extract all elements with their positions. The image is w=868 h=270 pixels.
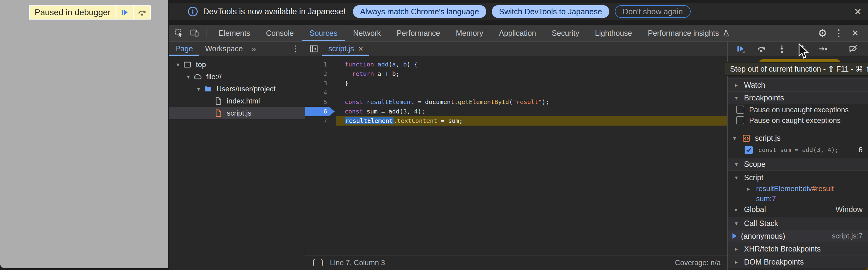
watch-label: Watch [744,81,765,90]
editor-tab-scriptjs[interactable]: script.js × [322,41,369,56]
tab-network[interactable]: Network [345,25,389,41]
section-xhr-breakpoints[interactable]: ▸ XHR/fetch Breakpoints [727,242,868,255]
tree-item-top[interactable]: ▾top [169,59,305,71]
code-line-7[interactable]: 7resultElement.textContent = sum; [305,116,727,126]
section-call-stack[interactable]: ▾ Call Stack [727,217,868,230]
pause-uncaught-checkbox[interactable] [736,106,744,114]
devtools-close-icon[interactable]: × [849,27,861,39]
pause-uncaught-label: Pause on uncaught exceptions [749,106,848,114]
step-button[interactable] [817,43,829,55]
device-toolbar-button[interactable] [189,28,200,38]
xhr-breakpoints-label: XHR/fetch Breakpoints [744,244,821,253]
tab-performance-insights[interactable]: Performance insights [640,25,738,41]
section-scope[interactable]: ▾ Scope [727,158,868,171]
paused-in-debugger-banner: Paused in debugger [29,5,151,20]
switch-to-japanese-button[interactable]: Switch DevTools to Japanese [492,5,610,18]
var-name: resultElement [756,184,801,193]
code-token: = document. [414,98,458,106]
cloud-icon [193,72,203,82]
tree-item-index-html[interactable]: index.html [169,95,305,107]
breakpoint-line-number-badge[interactable]: 6 [305,107,336,116]
pretty-print-icon[interactable]: { } [311,259,324,267]
code-editor[interactable]: 1function add(a, b) {2 return a + b;3}45… [305,56,727,255]
scope-var-resultelement[interactable]: ▸ resultElement: div#result [727,183,868,194]
resume-script-button[interactable] [117,6,133,19]
scope-label: Scope [744,160,766,169]
scope-script-group[interactable]: ▾ Script [727,171,868,183]
current-frame-arrow-icon [733,233,737,239]
line-number: 2 [305,69,336,79]
tab-sources[interactable]: Sources [302,25,345,41]
scope-global-group[interactable]: ▸ Global Window [727,204,868,215]
code-token [374,61,377,68]
tab-workspace[interactable]: Workspace [199,41,249,56]
step-into-button[interactable] [776,43,788,55]
sources-panel: Page Workspace » ⋮ ▾top▾file://▾Users/us… [169,41,868,270]
always-match-language-button[interactable]: Always match Chrome's language [353,5,486,18]
breakpoint-checkbox[interactable] [745,146,753,154]
toggle-navigator-button[interactable] [305,41,322,56]
scope-global-value: Window [836,205,868,214]
tab-security[interactable]: Security [544,25,587,41]
toolbar-right-icons: ⚙ ⋮ × [816,25,868,41]
deactivate-breakpoints-button[interactable] [847,43,859,55]
code-line-3[interactable]: 3} [305,79,727,88]
tree-item-file-[interactable]: ▾file:// [169,71,305,83]
resume-icon [736,44,745,54]
scope-var-sum[interactable]: sum: 7 [727,194,868,204]
debugger-toolbar-separator [838,44,838,53]
code-line-6[interactable]: 6const sum = add(3, 4); [305,107,727,116]
chevron-right-icon: ▸ [735,82,744,89]
more-options-icon[interactable]: ⋮ [833,27,845,39]
code-token: function [345,61,374,68]
infobar-close-icon[interactable]: × [855,5,861,18]
chevron-down-icon: ▾ [194,85,203,92]
devtools-gap-strip [169,20,868,25]
inspect-element-button[interactable] [174,28,184,38]
line-text: function add(a, b) { [336,60,727,69]
call-stack-label: Call Stack [744,219,778,228]
section-breakpoints[interactable]: ▾ Breakpoints [727,91,868,104]
pause-uncaught-row[interactable]: Pause on uncaught exceptions [727,104,868,115]
tab-console[interactable]: Console [258,25,302,41]
file-tree: ▾top▾file://▾Users/user/projectindex.htm… [169,56,305,119]
editor-tab-close-icon[interactable]: × [359,44,363,54]
more-tabs-icon[interactable]: » [249,41,258,56]
section-watch[interactable]: ▸ Watch [727,78,868,91]
breakpoint-entry[interactable]: const sum = add(3, 4); 6 [727,144,868,155]
pause-caught-row[interactable]: Pause on caught exceptions [727,115,868,126]
call-stack-frame[interactable]: (anonymous) script.js:7 [727,230,868,242]
var-value-id: #result [812,184,834,193]
tab-application[interactable]: Application [491,25,544,41]
debugger-sidebar: ▸ Watch ▾ Breakpoints Pause on uncaught … [727,41,868,270]
tab-lighthouse[interactable]: Lighthouse [587,25,640,41]
chevron-down-icon: ▾ [735,174,744,181]
frame-name: (anonymous) [741,232,785,241]
tree-item-users-user-project[interactable]: ▾Users/user/project [169,83,305,95]
step-over-button[interactable] [755,43,767,55]
tab-memory[interactable]: Memory [448,25,491,41]
step-out-tooltip: Step out of current function - ⇧ F11 - ⌘… [725,62,868,76]
code-line-1[interactable]: 1function add(a, b) { [305,60,727,69]
code-line-2[interactable]: 2 return a + b; [305,69,727,79]
code-line-5[interactable]: 5const resultElement = document.getEleme… [305,97,727,107]
navigator-menu-icon[interactable]: ⋮ [286,41,305,56]
line-text: return a + b; [336,69,727,79]
code-token: 3 [403,108,407,115]
tab-page[interactable]: Page [169,41,199,56]
tab-elements[interactable]: Elements [211,25,258,41]
section-dom-breakpoints[interactable]: ▸ DOM Breakpoints [727,255,868,268]
tab-label-performance: Performance [397,29,440,38]
settings-gear-icon[interactable]: ⚙ [816,27,829,39]
step-over-button-banner[interactable] [134,6,150,19]
pause-caught-checkbox[interactable] [736,116,744,124]
paused-banner-label-seg: Paused in debugger [30,6,116,19]
tab-label-memory: Memory [456,29,483,38]
code-line-4[interactable]: 4 [305,88,727,97]
tab-performance[interactable]: Performance [389,25,448,41]
breakpoint-file-group[interactable]: ▾ script.js [727,132,868,144]
resume-button[interactable] [735,43,746,55]
tree-item-script-js[interactable]: script.js [169,107,305,119]
js-file-icon [742,134,751,143]
dont-show-again-button[interactable]: Don't show again [615,5,691,18]
